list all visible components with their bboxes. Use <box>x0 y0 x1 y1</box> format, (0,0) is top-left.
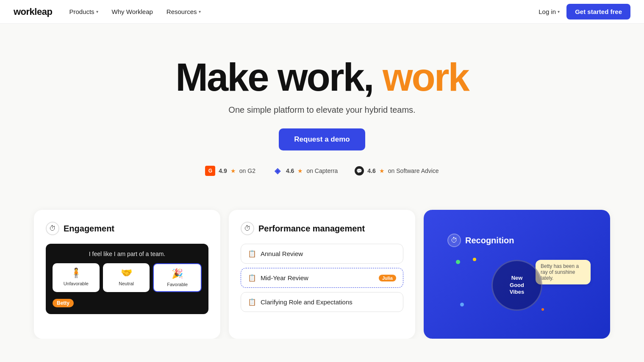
nav-why[interactable]: Why Workleap <box>112 8 153 15</box>
neutral-label: Neutral <box>119 281 133 286</box>
navbar: workleap Products ▾ Why Workleap Resourc… <box>0 0 644 24</box>
pm-item-midyear[interactable]: 📋 Mid-Year Review Julia <box>241 268 403 288</box>
pm-item-clarifying[interactable]: 📋 Clarifying Role and Expectations <box>241 292 403 312</box>
g2-label: on G2 <box>239 167 255 174</box>
g2-star-icon: ★ <box>230 167 236 174</box>
badge-line-1: New <box>511 275 523 282</box>
engagement-card-icon: ⏱ <box>46 222 59 235</box>
sa-star-icon: ★ <box>379 167 385 174</box>
betty-tag: Betty <box>53 299 74 307</box>
neutral-icon: 🤝 <box>121 267 132 278</box>
favorable-icon: 🎉 <box>172 268 183 279</box>
g2-rating: G 4.9 ★ on G2 <box>205 166 255 176</box>
sunshine-message: Betty has been a ray of sunshine lately. <box>536 260 591 284</box>
unfavorable-label: Unfavorable <box>64 281 89 286</box>
confetti-dot-4 <box>460 303 464 306</box>
performance-card-header: ⏱ Performance management <box>241 222 403 235</box>
badge-line-2: Good <box>510 282 524 289</box>
recognition-card-header: ⏱ Recognition <box>447 234 586 247</box>
survey-question: I feel like I am part of a team. <box>53 251 202 257</box>
sa-rating: 💬 4.6 ★ on Software Advice <box>355 166 439 175</box>
survey-opt-neutral[interactable]: 🤝 Neutral <box>103 263 150 292</box>
confetti-dot-2 <box>473 258 476 261</box>
feature-cards-section: ⏱ Engagement I feel like I am part of a … <box>0 201 644 339</box>
clarifying-icon: 📋 <box>248 298 256 306</box>
nav-right: Log in ▾ Get started free <box>539 4 630 19</box>
favorable-label: Favorable <box>167 282 188 287</box>
clarifying-label: Clarifying Role and Expectations <box>261 298 396 306</box>
nav-products[interactable]: Products ▾ <box>69 8 98 15</box>
logo[interactable]: workleap <box>14 6 52 17</box>
hero-headline-part1: Make work, <box>175 56 383 99</box>
hero-headline-highlight: work <box>383 56 469 99</box>
resources-chevron-icon: ▾ <box>199 9 201 14</box>
survey-opt-favorable[interactable]: 🎉 Favorable <box>153 263 202 292</box>
engagement-card-header: ⏱ Engagement <box>46 222 208 235</box>
julia-tag: Julia <box>379 275 396 281</box>
annual-review-label: Annual Review <box>261 250 396 257</box>
nav-links: Products ▾ Why Workleap Resources ▾ <box>69 8 539 15</box>
capterra-star-icon: ★ <box>297 167 303 174</box>
get-started-button[interactable]: Get started free <box>566 4 630 19</box>
recognition-card-title: Recognition <box>465 236 514 245</box>
performance-review-list: 📋 Annual Review 📋 Mid-Year Review Julia … <box>241 244 403 312</box>
login-chevron-icon: ▾ <box>558 9 560 14</box>
confetti-dot-5 <box>541 308 544 311</box>
sa-score: 4.6 <box>367 167 375 174</box>
g2-icon: G <box>205 166 215 176</box>
sa-label: on Software Advice <box>388 167 439 174</box>
badge-area: New Good Vibes Betty has been a ray of s… <box>447 256 586 315</box>
sa-icon: 💬 <box>355 166 364 175</box>
g2-score: 4.9 <box>219 167 227 174</box>
hero-headline: Make work, work <box>8 58 636 97</box>
capterra-score: 4.6 <box>286 167 294 174</box>
capterra-rating: ◈ 4.6 ★ on Capterra <box>272 166 338 176</box>
capterra-label: on Capterra <box>306 167 338 174</box>
engagement-card-title: Engagement <box>64 224 114 234</box>
ratings-row: G 4.9 ★ on G2 ◈ 4.6 ★ on Capterra 💬 4.6 … <box>8 166 636 176</box>
recognition-card-icon: ⏱ <box>447 234 461 247</box>
recognition-inner: ⏱ Recognition New Good Vibes Betty has b… <box>436 222 598 327</box>
recognition-card: ⏱ Recognition New Good Vibes Betty has b… <box>424 210 610 339</box>
capterra-icon: ◈ <box>272 166 283 176</box>
survey-options: 🧍 Unfavorable 🤝 Neutral 🎉 Favorable <box>53 263 202 292</box>
midyear-review-icon: 📋 <box>248 274 256 282</box>
performance-card: ⏱ Performance management 📋 Annual Review… <box>229 210 415 339</box>
products-chevron-icon: ▾ <box>96 9 98 14</box>
badge-line-3: Vibes <box>510 289 524 296</box>
hero-subheadline: One simple platform to elevate your hybr… <box>8 105 636 115</box>
recognition-badge: New Good Vibes <box>491 260 542 311</box>
midyear-review-label: Mid-Year Review <box>261 274 375 281</box>
login-button[interactable]: Log in ▾ <box>539 8 560 15</box>
confetti-dot-1 <box>456 260 460 264</box>
unfavorable-icon: 🧍 <box>70 267 82 278</box>
performance-card-icon: ⏱ <box>241 222 254 235</box>
performance-card-title: Performance management <box>258 224 365 234</box>
nav-resources[interactable]: Resources ▾ <box>167 8 201 15</box>
request-demo-button[interactable]: Request a demo <box>279 128 365 150</box>
engagement-survey-box: I feel like I am part of a team. 🧍 Unfav… <box>46 244 208 314</box>
annual-review-icon: 📋 <box>248 250 256 258</box>
hero-section: Make work, work One simple platform to e… <box>0 24 644 201</box>
survey-opt-unfavorable[interactable]: 🧍 Unfavorable <box>53 263 100 292</box>
pm-item-annual[interactable]: 📋 Annual Review <box>241 244 403 264</box>
engagement-card: ⏱ Engagement I feel like I am part of a … <box>34 210 220 339</box>
